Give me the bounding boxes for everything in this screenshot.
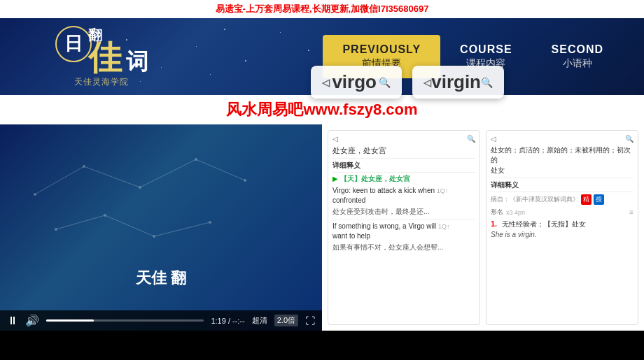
svg-point-12 bbox=[55, 228, 57, 231]
dict-virgin-nav-icon: ◁ bbox=[491, 135, 496, 143]
dict-virgin-search-icon[interactable]: 🔍 bbox=[625, 135, 634, 143]
nav-btn-course-en: COURSE bbox=[460, 43, 512, 56]
volume-button[interactable]: 🔊 bbox=[25, 314, 39, 327]
dict-divider1 bbox=[332, 158, 475, 159]
watermark-section: 风水周易吧www.fszy8.com bbox=[0, 95, 644, 124]
top-banner: 易遗宝-上万套周易课程,长期更新,加微信I7I35680697 bbox=[0, 0, 644, 18]
nav-btn-previously-en: PREVIOUSLY bbox=[342, 43, 421, 56]
dict-virgo-nav-icon: ◁ bbox=[332, 135, 338, 143]
dict-panel-virgin: ◁ 🔍 处女的；贞洁的；原始的；未被利用的；初次的 处女 详细释义 摘自：《新牛… bbox=[486, 130, 638, 325]
logo-side-char: 词 bbox=[126, 50, 148, 74]
word-card-virgin-text: virgin bbox=[431, 71, 481, 93]
dict-virgin-entry1: 处女的；贞洁的；原始的；未被利用的；初次的 bbox=[491, 145, 634, 165]
card-left-arrow-2: ◁ bbox=[424, 77, 431, 88]
svg-line-6 bbox=[154, 222, 210, 236]
logo-section: 日 翻 佳 词 天佳灵海学院 bbox=[0, 18, 203, 95]
word-card-virgo: ◁ virgo 🔍 bbox=[311, 66, 402, 99]
logo-circle: 日 bbox=[55, 26, 92, 62]
dict-panel-virgo: ◁ 🔍 处女座，处女宫 详细释义 ▶ 【天】处女座，处女宫 Virgo: kee… bbox=[328, 130, 480, 325]
svg-line-2 bbox=[140, 159, 196, 187]
video-overlay-text: 天佳 翻 bbox=[136, 268, 186, 289]
svg-point-11 bbox=[244, 179, 246, 182]
dict-virgo-icon: ▶ bbox=[332, 175, 338, 182]
dict-num-icon: ≡ bbox=[629, 208, 634, 216]
nav-content: 日 翻 佳 词 天佳灵海学院 PREVIOUSLY 前情提要 bbox=[0, 18, 644, 95]
logo-big-char: 佳 bbox=[88, 41, 122, 75]
dict-virgo-search-icon[interactable]: 🔍 bbox=[467, 135, 475, 143]
svg-point-10 bbox=[195, 158, 197, 161]
svg-line-3 bbox=[196, 159, 245, 180]
svg-point-14 bbox=[153, 235, 155, 238]
play-pause-button[interactable]: ⏸ bbox=[7, 315, 18, 327]
dict-source-prefix: 摘自：《新牛津英汉双解词典》 bbox=[491, 195, 579, 204]
dict-virgin-source: 摘自：《新牛津英汉双解词典》 精 授 bbox=[491, 194, 634, 205]
card-search-icon[interactable]: 🔍 bbox=[379, 77, 391, 88]
logo-bottom-row: 佳 词 bbox=[88, 41, 148, 75]
svg-point-9 bbox=[139, 186, 141, 189]
watermark-text: 风水周易吧www.fszy8.com bbox=[226, 101, 417, 118]
word-card-virgo-text: virgo bbox=[332, 71, 377, 93]
card-left-arrow: ◁ bbox=[322, 77, 330, 88]
video-controls: ⏸ 🔊 1:19 / --:-- 超清 2.0倍 ⛶ bbox=[0, 310, 322, 331]
dict-virgo-numbered: ▶ 【天】处女座，处女宫 bbox=[332, 174, 475, 184]
dict-virgin-main-entry: 无性经验者；【无指】处女 bbox=[502, 220, 586, 228]
dict-virgin-numbered-entry: 1. 无性经验者；【无指】处女 bbox=[491, 219, 634, 229]
dict-num-label: 形名 bbox=[491, 208, 503, 217]
dict-entry-number: 1. bbox=[491, 219, 497, 228]
dict-virgo-detail-label: 详细释义 bbox=[332, 161, 475, 171]
dict-virgo-entry-main: 【天】处女座，处女宫 bbox=[340, 175, 410, 182]
dict-example-tag1: 1Q↑ bbox=[437, 187, 449, 194]
dict-example-tag2: 1Q↑ bbox=[438, 223, 450, 230]
card-search-icon-2[interactable]: 🔍 bbox=[481, 77, 493, 88]
logo-wrapper: 日 翻 佳 词 天佳灵海学院 bbox=[55, 26, 148, 88]
svg-line-1 bbox=[84, 166, 140, 187]
dict-virgo-translation2: 如果有事情不对，处女座人会想帮... bbox=[332, 243, 475, 252]
svg-point-15 bbox=[209, 221, 211, 224]
dict-virgo-entry1: 处女座，处女宫 bbox=[332, 145, 475, 156]
svg-point-8 bbox=[83, 165, 85, 168]
dict-virgin-example: She is a virgin. bbox=[491, 231, 634, 238]
word-card-virgin: ◁ virgin 🔍 bbox=[412, 66, 504, 99]
dict-virgo-example2: If something is wrong, a Virgo will 1Q↑ … bbox=[332, 222, 475, 241]
dict-num-phonetic: x3 4pn bbox=[506, 209, 525, 216]
progress-fill bbox=[46, 319, 94, 322]
nav-btn-second-en: SECOND bbox=[552, 43, 603, 56]
video-background: 天佳 翻 ⏸ 🔊 1:19 / --:-- 超清 2.0倍 ⛶ bbox=[0, 124, 322, 331]
svg-line-4 bbox=[56, 215, 105, 229]
dict-virgin-num-row: 形名 x3 4pn ≡ bbox=[491, 208, 634, 217]
dict-divider2 bbox=[332, 172, 475, 173]
dict-divider5 bbox=[491, 192, 634, 192]
dict-virgo-example1: Virgo: keen to attack a kick when 1Q↑ co… bbox=[332, 186, 475, 206]
word-cards: ◁ virgo 🔍 ◁ virgin 🔍 bbox=[311, 66, 504, 99]
dict-virgin-entry2: 处女 bbox=[491, 166, 634, 175]
svg-line-0 bbox=[35, 166, 84, 194]
speed-label[interactable]: 2.0倍 bbox=[274, 315, 298, 326]
dict-divider4 bbox=[491, 178, 634, 178]
video-time: 1:19 / --:-- bbox=[211, 317, 244, 325]
svg-point-13 bbox=[104, 214, 106, 217]
video-section: 天佳 翻 ⏸ 🔊 1:19 / --:-- 超清 2.0倍 ⛶ ◁ 🔍 处女座，… bbox=[0, 124, 644, 331]
nav-btn-second[interactable]: SECOND 小语种 bbox=[532, 35, 623, 78]
svg-line-5 bbox=[105, 215, 154, 236]
nav-btn-second-cn: 小语种 bbox=[563, 57, 592, 70]
logo-calligraphy: 日 翻 佳 词 bbox=[55, 26, 148, 75]
quality-label[interactable]: 超清 bbox=[252, 315, 267, 326]
dict-virgin-detail-label: 详细释义 bbox=[491, 180, 634, 190]
dict-virgo-translation1: 处女座受到攻击时，最终是还... bbox=[332, 207, 475, 217]
constellation-svg bbox=[0, 124, 322, 289]
dict-panel-virgo-header: ◁ 🔍 bbox=[332, 135, 475, 143]
dict-source-tag-shou: 授 bbox=[594, 194, 604, 205]
dict-source-tag-jing: 精 bbox=[581, 194, 592, 205]
institute-name: 天佳灵海学院 bbox=[74, 76, 129, 88]
fullscreen-button[interactable]: ⛶ bbox=[305, 315, 315, 326]
nav-area: 日 翻 佳 词 天佳灵海学院 PREVIOUSLY 前情提要 bbox=[0, 18, 644, 95]
dict-divider3 bbox=[332, 219, 475, 219]
dictionary-panels: ◁ 🔍 处女座，处女宫 详细释义 ▶ 【天】处女座，处女宫 Virgo: kee… bbox=[322, 124, 644, 331]
logo-chars: 翻 佳 词 bbox=[88, 26, 148, 75]
progress-bar[interactable] bbox=[46, 319, 204, 322]
svg-point-7 bbox=[34, 193, 36, 196]
dict-panel-virgin-header: ◁ 🔍 bbox=[491, 135, 634, 143]
